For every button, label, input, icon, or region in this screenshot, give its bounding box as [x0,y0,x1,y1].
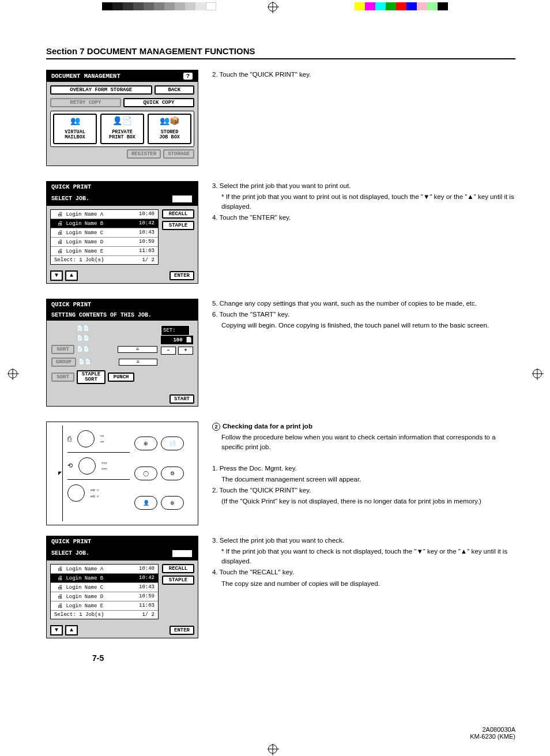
registration-target-icon [533,369,542,378]
back-button[interactable]: BACK [171,194,193,204]
panel-round-button[interactable]: ⊕ [134,437,157,450]
help-icon[interactable]: ? [183,72,193,80]
list-item[interactable]: 🖨 Login Name B10:42 [51,219,158,228]
instruction-step-6: 6. Touch the "START" key. [212,310,515,319]
instruction-c3: 3. Select the print job that you want to… [212,536,515,546]
scroll-down-button[interactable]: ▼ [50,625,63,635]
list-item[interactable]: 🖨 Login Name C10:43 [51,228,158,238]
subsection-heading: Checking data for a print job [223,423,312,430]
scroll-down-button[interactable]: ▼ [50,270,63,281]
lcd-quick-print-select: QUICK PRINT SELECT JOB. BACK 🖨 Login Nam… [46,181,198,284]
instruction-step-6-note: Copying will begin. Once copying is fini… [212,321,515,330]
virtual-mailbox-button[interactable]: 👥 VIRTUALMAILBOX [53,114,97,144]
job-list: 🖨 Login Name A10:40 🖨 Login Name B10:42 … [50,564,159,619]
sort-button[interactable]: SORT [51,345,74,354]
start-button[interactable]: START [169,394,194,404]
private-print-box-button[interactable]: 👤📄 PRIVATEPRINT BOX [100,114,144,144]
circled-number-icon: 2 [212,423,220,431]
registration-target-icon [268,2,277,12]
retry-copy-button[interactable]: RETRY COPY [50,98,121,107]
instruction-b1-note: The document management screen will appe… [212,475,515,484]
lcd-quick-print-settings: QUICK PRINT SETTING CONTENTS OF THIS JOB… [46,299,198,407]
panel-round-button[interactable]: ◯ [134,467,157,480]
minus-button[interactable]: − [161,347,176,355]
register-button[interactable]: REGISTER [127,149,161,159]
select-job-label: SELECT JOB. [51,195,89,202]
instruction-step-3: 3. Select the print job that you want to… [212,181,515,191]
instruction-b1: 1. Press the Doc. Mgmt. key. [212,464,515,473]
subsection-description: Follow the procedure below when you want… [212,432,515,453]
settings-header: SETTING CONTENTS OF THIS JOB. [51,312,152,318]
list-item[interactable]: 🖨 Login Name E11:03 [51,601,158,611]
list-item[interactable]: 🖨 Login Name A10:40 [51,210,158,219]
lcd-quick-print-select-2: QUICK PRINT SELECT JOB. BACK 🖨 Login Nam… [46,536,198,638]
sort-button-2[interactable]: SORT [51,373,74,382]
plus-button[interactable]: + [178,347,193,355]
enter-button[interactable]: ENTER [169,271,194,280]
registration-target-icon [8,369,17,378]
stored-box-icon: 👥📦 [150,117,189,129]
scroll-up-button[interactable]: ▲ [65,270,78,281]
staple-sort-button[interactable]: STAPLE SORT [77,370,106,384]
staple-button[interactable]: STAPLE [162,221,194,230]
enter-button[interactable]: ENTER [169,626,194,635]
panel-round-button[interactable]: ⊕ [161,496,184,510]
storage-button[interactable]: STORAGE [163,149,194,159]
lcd-title-label: DOCUMENT MANAGEMENT [51,73,120,80]
lcd-document-management: DOCUMENT MANAGEMENT ? OVERLAY FORM STORA… [46,70,198,166]
instruction-c4: 4. Touch the "RECALL" key. [212,567,515,577]
list-item[interactable]: 🖨 Login Name C10:43 [51,583,158,592]
instruction-step-4: 4. Touch the "ENTER" key. [212,213,515,223]
group-button[interactable]: GROUP [51,358,76,367]
panel-round-button[interactable]: ⚙ [161,467,184,480]
panel-button[interactable] [78,457,96,475]
panel-round-button[interactable]: 👤 [134,496,157,510]
job-list: 🖨 Login Name A10:40 🖨 Login Name B10:42 … [50,209,159,265]
mailbox-icon: 👥 [55,117,95,129]
instruction-step-3-note: * If the print job that you want to prin… [212,192,515,212]
document-id: 2A080030A KM-6230 (KME) [470,726,515,740]
panel-button[interactable] [67,484,85,502]
instruction-b2-note: (If the "Quick Print" key is not display… [212,497,515,506]
set-label: SET: [161,325,190,336]
control-panel-diagram: ◤ ⎙ ▫▫▫▫ ⟲ ▫▫▫▫▫▫ ⇨ ▫⇨ ▫ [46,422,198,525]
select-job-label: SELECT JOB. [51,550,89,556]
panel-button[interactable] [77,430,95,447]
back-button[interactable]: BACK [155,85,195,95]
registration-target-icon [268,744,277,754]
instruction-step-5: 5. Change any copy settings that you wan… [212,299,515,309]
list-item[interactable]: 🖨 Login Name D10:59 [51,592,158,601]
section-title: Section 7 DOCUMENT MANAGEMENT FUNCTIONS [46,46,515,59]
private-box-icon: 👤📄 [103,117,142,129]
recall-button[interactable]: RECALL [162,564,194,573]
list-item[interactable]: 🖨 Login Name B10:42 [51,574,158,583]
overlay-form-storage-button[interactable]: OVERLAY FORM STORAGE [50,85,152,95]
staple-button[interactable]: STAPLE [162,576,194,585]
scroll-up-button[interactable]: ▲ [65,625,78,635]
list-item[interactable]: 🖨 Login Name E11:03 [51,247,158,256]
recall-button[interactable]: RECALL [162,209,194,219]
quick-copy-button[interactable]: QUICK COPY [123,98,194,107]
instruction-c4-note: The copy size and number of copies will … [212,579,515,589]
list-item[interactable]: 🖨 Login Name D10:59 [51,238,158,247]
list-item[interactable]: 🖨 Login Name A10:40 [51,565,158,574]
back-button[interactable]: BACK [171,549,193,558]
instruction-c3-note: * If the print job that you want to chec… [212,547,515,567]
panel-round-button[interactable]: 📄 [161,437,184,450]
punch-button[interactable]: PUNCH [108,373,134,382]
panel-tab-icon: ◤ [52,471,62,476]
stored-job-box-button[interactable]: 👥📦 STOREDJOB BOX [148,114,191,144]
instruction-b2: 2. Touch the "QUICK PRINT" key. [212,486,515,495]
instruction-step-2: 2. Touch the "QUICK PRINT" key. [212,70,515,80]
page-number: 7-5 [92,653,481,663]
